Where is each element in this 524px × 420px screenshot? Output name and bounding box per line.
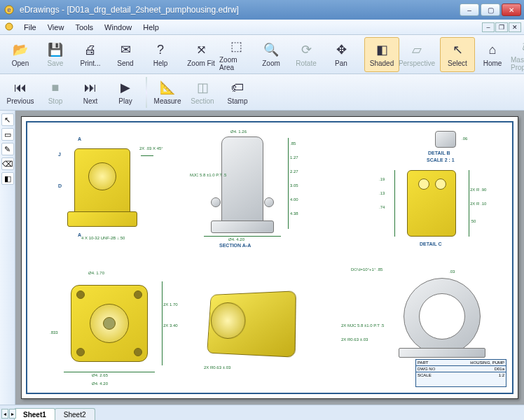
help-button[interactable]: ?Help: [143, 37, 178, 72]
zoom-icon: 🔍: [263, 41, 280, 58]
menu-tools[interactable]: Tools: [69, 22, 99, 33]
close-button[interactable]: ✕: [502, 4, 521, 16]
measure-button[interactable]: 📐Measure: [150, 75, 185, 110]
left-tool-arrow[interactable]: ↖: [1, 113, 14, 126]
zoomfit-label: Zoom Fit: [187, 59, 214, 67]
stop-label: Stop: [48, 97, 63, 105]
massprops-button: ⚖Mass Props: [510, 37, 524, 72]
next-icon: ⏭: [82, 79, 99, 96]
open-icon: 📂: [12, 41, 29, 58]
print-label: Print...: [81, 59, 101, 67]
tab-sheet2[interactable]: Sheet2: [55, 408, 95, 420]
svg-point-2: [6, 23, 13, 30]
menu-window[interactable]: Window: [99, 22, 137, 33]
tab-sheet1[interactable]: Sheet1: [14, 408, 55, 420]
measure-icon: 📐: [159, 79, 176, 96]
print-button[interactable]: 🖨Print...: [73, 37, 108, 72]
pan-icon: ✥: [333, 41, 350, 58]
rotate-button: ⟳Rotate: [289, 37, 324, 72]
previous-button[interactable]: ⏮Previous: [3, 75, 38, 110]
stamp-button[interactable]: 🏷Stamp: [220, 75, 255, 110]
zoomarea-button[interactable]: ⬚Zoom Area: [219, 37, 254, 72]
app-icon: e: [3, 4, 15, 16]
zoomarea-icon: ⬚: [228, 38, 244, 55]
rotate-icon: ⟳: [298, 41, 315, 58]
zoomfit-button[interactable]: ⤧Zoom Fit: [184, 37, 219, 72]
zoomfit-icon: ⤧: [193, 41, 209, 58]
save-button: 💾Save: [38, 37, 73, 72]
left-tool-pencil[interactable]: ✎: [1, 143, 14, 155]
sheet-tabs: ◂ ▸ Sheet1 Sheet2: [0, 405, 524, 420]
perspective-label: Perspective: [399, 59, 435, 67]
zoom-label: Zoom: [262, 59, 280, 67]
send-icon: ✉: [117, 41, 134, 58]
tabs-scroll-right[interactable]: ▸: [9, 409, 16, 419]
mdi-restore-button[interactable]: ❐: [495, 22, 508, 32]
select-label: Select: [448, 59, 467, 67]
menu-help[interactable]: Help: [137, 22, 165, 33]
play-label: Play: [118, 97, 132, 105]
send-button[interactable]: ✉Send: [108, 37, 143, 72]
previous-label: Previous: [7, 97, 34, 105]
maximize-button[interactable]: ▢: [481, 4, 500, 16]
title-bar: e eDrawings - [D01a_drg_detail_2sheet_pu…: [0, 0, 524, 20]
pan-button[interactable]: ✥Pan: [324, 37, 359, 72]
pan-label: Pan: [335, 59, 347, 67]
save-icon: 💾: [47, 41, 64, 58]
zoom-button[interactable]: 🔍Zoom: [254, 37, 289, 72]
next-button[interactable]: ⏭Next: [73, 75, 108, 110]
section-icon: ◫: [194, 79, 211, 96]
help-label: Help: [153, 59, 168, 67]
open-button[interactable]: 📂Open: [3, 37, 38, 72]
toolbar-secondary: ⏮Previous■Stop⏭Next▶Play 📐Measure◫Sectio…: [0, 74, 524, 111]
open-label: Open: [12, 59, 29, 67]
previous-icon: ⏮: [12, 79, 29, 96]
minimize-button[interactable]: –: [460, 4, 479, 16]
section-label: Section: [191, 97, 214, 105]
home-icon: ⌂: [484, 41, 501, 58]
rotate-label: Rotate: [296, 59, 316, 67]
drawing-sheet[interactable]: A A J D 2X .03 X 45° 4 X 10-32 UNF-2B ↓.…: [21, 116, 518, 399]
drawing-views: A A J D 2X .03 X 45° 4 X 10-32 UNF-2B ↓.…: [29, 124, 511, 391]
play-icon: ▶: [117, 79, 134, 96]
perspective-icon: ▱: [408, 41, 425, 58]
zoomarea-label: Zoom Area: [219, 56, 253, 71]
home-label: Home: [483, 59, 502, 67]
save-label: Save: [48, 59, 64, 67]
menu-view[interactable]: View: [42, 22, 70, 33]
play-button[interactable]: ▶Play: [108, 75, 143, 110]
left-tool-box[interactable]: ▭: [1, 128, 14, 141]
menu-bar: File View Tools Window Help – ❐ ✕: [0, 20, 524, 35]
title-block: PARTHOUSING, PUMP DWG NOD01a SCALE1:2: [415, 359, 506, 387]
drawing-viewport[interactable]: A A J D 2X .03 X 45° 4 X 10-32 UNF-2B ↓.…: [15, 111, 524, 405]
massprops-label: Mass Props: [511, 56, 524, 71]
left-tool-color[interactable]: ◧: [1, 172, 14, 185]
next-label: Next: [83, 97, 98, 105]
mdi-minimize-button[interactable]: –: [482, 22, 495, 32]
section-button: ◫Section: [185, 75, 220, 110]
menu-file[interactable]: File: [18, 22, 42, 33]
window-title: eDrawings - [D01a_drg_detail_2sheet_pump…: [20, 5, 460, 15]
massprops-icon: ⚖: [519, 38, 524, 55]
stop-icon: ■: [47, 79, 64, 96]
left-tool-eraser[interactable]: ⌫: [1, 158, 14, 170]
shaded-label: Shaded: [370, 59, 394, 67]
tabs-scroll-left[interactable]: ◂: [1, 409, 8, 419]
shaded-button[interactable]: ◧Shaded: [364, 37, 399, 72]
perspective-button: ▱Perspective: [399, 37, 434, 72]
select-icon: ↖: [449, 41, 466, 58]
print-icon: 🖨: [82, 41, 99, 58]
home-button[interactable]: ⌂Home: [475, 37, 510, 72]
svg-text:e: e: [7, 6, 11, 13]
select-button[interactable]: ↖Select: [440, 37, 475, 72]
mdi-close-button[interactable]: ✕: [509, 22, 521, 32]
help-icon: ?: [152, 41, 169, 58]
measure-label: Measure: [154, 97, 181, 105]
app-menu-icon[interactable]: [4, 22, 15, 33]
stamp-icon: 🏷: [229, 79, 246, 96]
stamp-label: Stamp: [228, 97, 248, 105]
toolbar-main: 📂Open💾Save🖨Print...✉Send?Help ⤧Zoom Fit⬚…: [0, 35, 524, 74]
shaded-icon: ◧: [373, 41, 390, 58]
stop-button: ■Stop: [38, 75, 73, 110]
send-label: Send: [117, 59, 133, 67]
